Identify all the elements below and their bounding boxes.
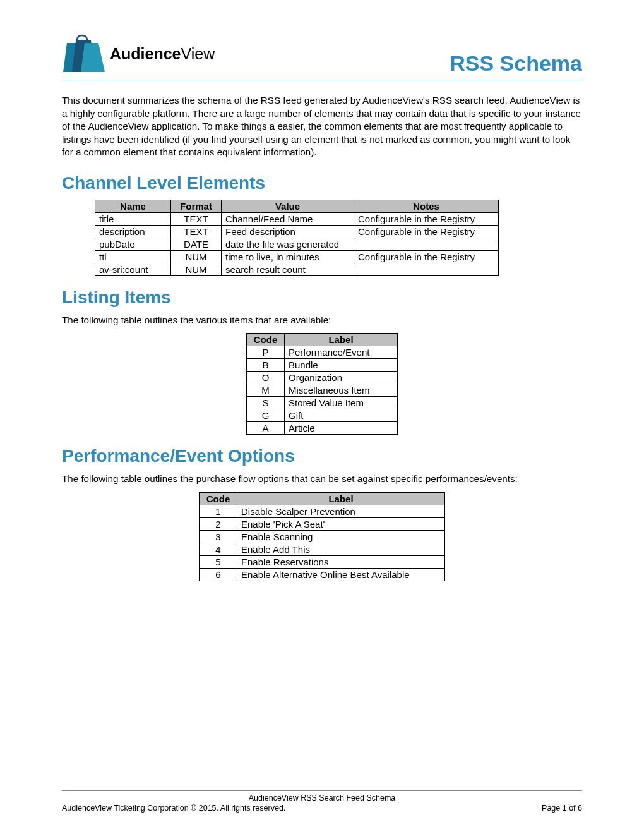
table-row: 1Disable Scalper Prevention — [200, 505, 445, 517]
table-row: SStored Value Item — [247, 397, 398, 409]
table-row: MMiscellaneous Item — [247, 384, 398, 397]
page-header: AudienceView RSS Schema — [62, 32, 582, 80]
intro-paragraph: This document summarizes the schema of t… — [62, 94, 582, 159]
th-code: Code — [247, 334, 285, 346]
performance-options-table: Code Label 1Disable Scalper Prevention 2… — [199, 492, 445, 581]
listing-subtext: The following table outlines the various… — [62, 314, 582, 327]
shopping-bag-icon — [62, 32, 106, 76]
channel-elements-table: Name Format Value Notes title TEXT Chann… — [95, 200, 499, 276]
table-row: pubDate DATE date the file was generated — [95, 238, 499, 250]
logo-text: AudienceView — [110, 45, 215, 63]
table-row: 3Enable Scanning — [200, 530, 445, 543]
document-title: RSS Schema — [450, 51, 582, 76]
th-value: Value — [222, 200, 354, 212]
th-label: Label — [285, 334, 398, 346]
footer-title: AudienceView RSS Search Feed Schema — [62, 794, 582, 802]
th-format: Format — [171, 200, 222, 212]
table-row: 2Enable 'Pick A Seat' — [200, 517, 445, 530]
th-notes: Notes — [354, 200, 499, 212]
logo-text-bold: Audience — [110, 45, 181, 63]
th-label: Label — [237, 492, 445, 505]
footer-copyright: AudienceView Ticketing Corporation © 201… — [62, 804, 285, 813]
table-row: 5Enable Reservations — [200, 555, 445, 568]
table-row: 4Enable Add This — [200, 543, 445, 555]
th-code: Code — [200, 492, 237, 505]
table-row: title TEXT Channel/Feed Name Configurabl… — [95, 212, 499, 225]
logo: AudienceView — [62, 32, 215, 76]
section-heading-listing: Listing Items — [62, 287, 582, 308]
perf-subtext: The following table outlines the purchas… — [62, 473, 582, 486]
section-heading-perf: Performance/Event Options — [62, 446, 582, 466]
page-footer: AudienceView RSS Search Feed Schema Audi… — [62, 790, 582, 813]
table-row: PPerformance/Event — [247, 346, 398, 359]
logo-text-light: View — [181, 45, 215, 63]
table-row: ttl NUM time to live, in minutes Configu… — [95, 250, 499, 263]
table-row: description TEXT Feed description Config… — [95, 225, 499, 238]
table-row: GGift — [247, 409, 398, 422]
listing-items-table: Code Label PPerformance/Event BBundle OO… — [246, 333, 398, 435]
section-heading-channel: Channel Level Elements — [62, 173, 582, 193]
table-row: av-sri:count NUM search result count — [95, 263, 499, 275]
svg-marker-2 — [81, 43, 105, 72]
table-row: BBundle — [247, 359, 398, 372]
table-row: AArticle — [247, 422, 398, 435]
table-row: 6Enable Alternative Online Best Availabl… — [200, 568, 445, 581]
th-name: Name — [95, 200, 171, 212]
table-row: OOrganization — [247, 372, 398, 384]
footer-page-number: Page 1 of 6 — [542, 804, 582, 813]
